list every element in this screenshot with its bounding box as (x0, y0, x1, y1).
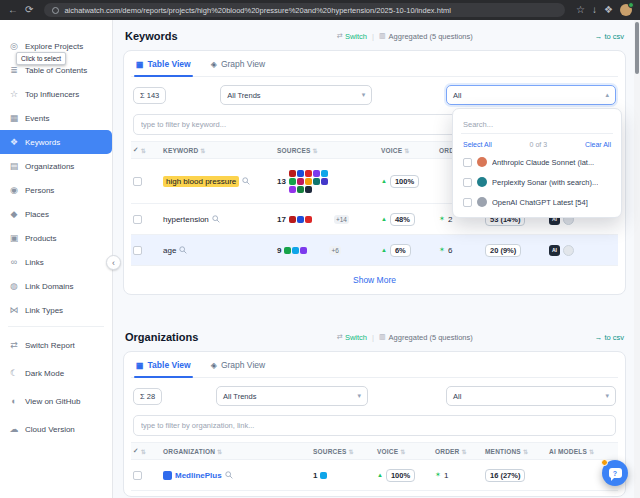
sidebar-item-label: View on GitHub (25, 397, 80, 406)
sidebar-item-link-types[interactable]: ⋈Link Types (0, 298, 112, 322)
dropdown-option-perplexity[interactable]: Perplexity Sonar (with search)... (453, 172, 621, 192)
url-bar[interactable]: aichatwatch.com/demo/reports/projects/hi… (44, 3, 565, 17)
sidebar-item-cloud-version[interactable]: ☁Cloud Version (0, 415, 112, 443)
row-checkbox[interactable] (133, 215, 142, 224)
sidebar-item-organizations[interactable]: ▤Organizations (0, 154, 112, 178)
tab-label: Graph View (221, 59, 265, 69)
source-favicon (300, 247, 307, 254)
site-info-icon[interactable] (52, 7, 59, 14)
sidebar-item-dark-mode[interactable]: ☾Dark Mode (0, 359, 112, 387)
app-window: ← ⟳ aichatwatch.com/demo/reports/project… (0, 0, 640, 498)
profile-avatar[interactable] (620, 4, 632, 16)
sidebar-item-label: Dark Mode (25, 369, 64, 378)
col-voice[interactable]: VOICE (375, 448, 433, 455)
sidebar-item-events[interactable]: ▦Events (0, 106, 112, 130)
dropdown-option-anthropic[interactable]: Anthropic Claude Sonnet (lat... (453, 152, 621, 172)
keywords-switch-link[interactable]: ⇄ Switch (337, 32, 367, 41)
bookmark-star-icon[interactable]: ☆ (576, 5, 585, 15)
row-checkbox[interactable] (133, 177, 142, 186)
sidebar-item-persons[interactable]: ◉Persons (0, 178, 112, 202)
sidebar-item-view-on-github[interactable]: ◐View on GitHub (0, 387, 112, 415)
order-star-icon: ✶ (439, 215, 445, 223)
option-checkbox[interactable] (463, 198, 472, 207)
pin-icon: ◆ (9, 209, 19, 219)
page-scrollbar[interactable] (634, 20, 640, 498)
link-icon: ∞ (9, 257, 19, 267)
scrollbar-thumb[interactable] (635, 22, 639, 74)
sources-more-badge[interactable]: +14 (334, 215, 349, 224)
keywords-tab-graph-view[interactable]: ◈ Graph View (209, 51, 267, 76)
search-icon[interactable] (212, 215, 220, 223)
col-mentions[interactable]: MENTIONS (483, 448, 547, 455)
col-check[interactable]: ✓ (131, 447, 161, 455)
sidebar-item-places[interactable]: ◆Places (0, 202, 112, 226)
search-icon[interactable] (225, 471, 233, 479)
sidebar-divider (8, 326, 104, 327)
dropdown-search-input[interactable] (461, 116, 613, 134)
refresh-icon[interactable]: ⟳ (25, 5, 33, 15)
order-star-icon: ✶ (435, 471, 441, 479)
sidebar-item-top-influencers[interactable]: ☆Top Influencers (0, 82, 112, 106)
sidebar-item-switch-report[interactable]: ⇄Switch Report (0, 331, 112, 359)
keyword-row-age[interactable]: age 9 +6 ▲ 6% ✶ 6 (131, 235, 618, 266)
organizations-title: Organizations (125, 331, 198, 343)
keywords-tab-table-view[interactable]: ▦ Table View (134, 51, 193, 76)
col-check[interactable]: ✓ (131, 146, 161, 154)
sidebar-item-keywords[interactable]: ❖Keywords (0, 130, 112, 154)
col-voice[interactable]: VOICE (379, 147, 437, 154)
sidebar-item-link-domains[interactable]: ◍Link Domains (0, 274, 112, 298)
source-favicon (292, 247, 299, 254)
row-checkbox[interactable] (133, 246, 142, 255)
organization-row-medlineplus[interactable]: MedlinePlus 1 ▲ 100% ✶ 1 16 (131, 460, 618, 491)
sources-more-badge[interactable]: +6 (329, 246, 340, 255)
organizations-to-csv-link[interactable]: → to csv (595, 333, 624, 342)
source-favicon (289, 186, 296, 193)
extensions-icon[interactable]: ❖ (604, 5, 613, 15)
chat-button[interactable]: ? (602, 460, 628, 486)
col-order[interactable]: ORDER (433, 448, 483, 455)
organizations-switch-link[interactable]: ⇄ Switch (337, 333, 367, 342)
table-icon: ▦ (136, 60, 144, 69)
graph-icon: ◈ (211, 60, 217, 69)
organization-filter-input[interactable] (133, 415, 616, 436)
select-all-link[interactable]: Select All (463, 141, 492, 148)
organizations-controls: Σ 28 All Trends ▾ All ▾ (131, 378, 618, 412)
row-checkbox[interactable] (133, 471, 142, 480)
organizations-tab-graph-view[interactable]: ◈ Graph View (209, 352, 267, 377)
source-favicon (313, 178, 320, 185)
sidebar-item-label: Places (25, 210, 49, 219)
show-more-link[interactable]: Show More (131, 266, 618, 289)
search-icon[interactable] (242, 177, 250, 185)
organizations-models-select[interactable]: All ▾ (446, 386, 616, 406)
dropdown-actions: Select All 0 of 3 Clear All (453, 136, 621, 152)
col-keyword[interactable]: KEYWORD (161, 147, 275, 154)
trend-up-icon: ▲ (381, 178, 387, 184)
dropdown-option-openai[interactable]: OpenAI ChatGPT Latest [54] (453, 192, 621, 212)
option-checkbox[interactable] (463, 178, 472, 187)
organization-link[interactable]: MedlinePlus (175, 471, 222, 480)
organizations-tab-table-view[interactable]: ▦ Table View (134, 352, 193, 377)
col-sources[interactable]: SOURCES (311, 448, 375, 455)
back-icon[interactable]: ← (8, 5, 18, 15)
option-checkbox[interactable] (463, 158, 472, 167)
clear-all-link[interactable]: Clear All (585, 141, 611, 148)
download-icon[interactable]: ↓ (592, 5, 597, 15)
cloud-icon: ☁ (9, 424, 19, 434)
sidebar-collapse-button[interactable]: ‹ (106, 255, 121, 270)
medlineplus-favicon (163, 471, 172, 480)
source-favicon (289, 170, 296, 177)
sidebar-item-products[interactable]: ▣Products (0, 226, 112, 250)
star-icon: ☆ (9, 89, 19, 99)
col-sources[interactable]: SOURCES (275, 147, 379, 154)
search-icon[interactable] (179, 246, 187, 254)
types-icon: ⋈ (9, 305, 19, 315)
organizations-trends-select[interactable]: All Trends ▾ (216, 386, 368, 406)
keywords-models-select[interactable]: All ▴ (446, 85, 616, 105)
col-ai-models[interactable]: AI MODELS (547, 448, 618, 455)
keywords-to-csv-link[interactable]: → to csv (595, 32, 624, 41)
sidebar-item-label: Products (25, 234, 57, 243)
col-organization[interactable]: ORGANIZATION (161, 448, 311, 455)
sidebar-item-links[interactable]: ∞Links (0, 250, 112, 274)
keywords-trends-select[interactable]: All Trends ▾ (220, 85, 372, 105)
openai-icon (477, 197, 487, 207)
